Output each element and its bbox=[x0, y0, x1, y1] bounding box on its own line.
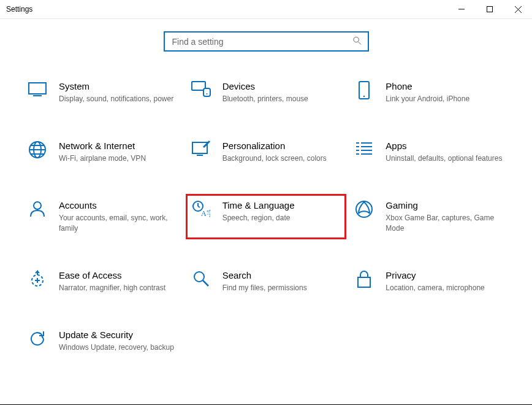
window-controls bbox=[447, 0, 532, 18]
globe-icon bbox=[27, 141, 48, 159]
update-icon bbox=[27, 330, 48, 348]
settings-grid: System Display, sound, notifications, po… bbox=[0, 76, 532, 357]
search-icon bbox=[352, 36, 362, 47]
window-title: Settings bbox=[6, 5, 32, 14]
tile-desc: Find my files, permissions bbox=[222, 283, 342, 293]
svg-line-31 bbox=[198, 206, 200, 207]
svg-rect-18 bbox=[192, 142, 207, 153]
devices-icon bbox=[191, 81, 211, 97]
search-input[interactable] bbox=[171, 36, 362, 47]
svg-rect-39 bbox=[358, 277, 370, 287]
tile-title: Privacy bbox=[386, 270, 505, 280]
personalization-icon bbox=[191, 141, 211, 156]
search-box[interactable] bbox=[164, 31, 369, 52]
tile-desc: Display, sound, notifications, power bbox=[59, 94, 178, 104]
tile-title: Devices bbox=[222, 81, 342, 91]
maximize-button[interactable] bbox=[476, 0, 504, 18]
phone-icon bbox=[354, 81, 374, 99]
tile-title: Phone bbox=[386, 81, 505, 91]
tile-desc: Bluetooth, printers, mouse bbox=[222, 94, 342, 104]
tile-desc: Wi-Fi, airplane mode, VPN bbox=[59, 153, 178, 163]
svg-point-4 bbox=[353, 37, 358, 42]
tile-desc: Narrator, magnifier, high contrast bbox=[59, 283, 178, 293]
tile-desc: Your accounts, email, sync, work, family bbox=[59, 213, 178, 233]
settings-window: Settings System bbox=[0, 0, 532, 405]
svg-point-37 bbox=[194, 272, 204, 282]
close-icon bbox=[515, 6, 522, 13]
tile-ease-of-access[interactable]: Ease of Access Narrator, magnifier, high… bbox=[23, 265, 182, 298]
close-button[interactable] bbox=[504, 0, 532, 18]
tile-gaming[interactable]: Gaming Xbox Game Bar, captures, Game Mod… bbox=[350, 195, 509, 237]
tile-phone[interactable]: Phone Link your Android, iPhone bbox=[350, 76, 509, 109]
tile-desc: Link your Android, iPhone bbox=[386, 94, 505, 104]
apps-icon bbox=[354, 141, 374, 156]
titlebar: Settings bbox=[0, 0, 532, 18]
minimize-icon bbox=[458, 6, 465, 12]
svg-rect-6 bbox=[29, 83, 46, 94]
tile-apps[interactable]: Apps Uninstall, defaults, optional featu… bbox=[350, 136, 509, 168]
tile-title: Accounts bbox=[59, 200, 178, 210]
ease-of-access-icon bbox=[27, 270, 48, 288]
tile-desc: Background, lock screen, colors bbox=[222, 153, 342, 163]
tile-update-security[interactable]: Update & Security Windows Update, recove… bbox=[23, 325, 182, 357]
tile-network[interactable]: Network & Internet Wi-Fi, airplane mode,… bbox=[23, 136, 182, 168]
tile-time-language[interactable]: A字 Time & Language Speech, region, date bbox=[187, 195, 346, 237]
svg-line-38 bbox=[203, 280, 208, 286]
search-category-icon bbox=[191, 270, 211, 287]
tile-search[interactable]: Search Find my files, permissions bbox=[187, 265, 346, 298]
tile-accounts[interactable]: Accounts Your accounts, email, sync, wor… bbox=[23, 195, 182, 237]
tile-title: Gaming bbox=[386, 200, 505, 210]
svg-point-28 bbox=[34, 202, 41, 209]
tile-desc: Windows Update, recovery, backup bbox=[59, 342, 178, 352]
minimize-button[interactable] bbox=[447, 0, 476, 18]
tile-desc: Uninstall, defaults, optional features bbox=[386, 153, 505, 163]
tile-title: Ease of Access bbox=[59, 270, 178, 280]
titlebar-divider bbox=[0, 18, 532, 19]
svg-line-5 bbox=[358, 41, 361, 44]
tile-title: Time & Language bbox=[222, 200, 342, 210]
tile-privacy[interactable]: Privacy Location, camera, microphone bbox=[350, 265, 509, 298]
time-language-icon: A字 bbox=[191, 200, 211, 217]
tile-title: Update & Security bbox=[59, 330, 178, 340]
tile-desc: Speech, region, date bbox=[222, 213, 342, 223]
svg-rect-9 bbox=[203, 88, 210, 96]
tile-title: Apps bbox=[386, 141, 505, 151]
tile-desc: Xbox Game Bar, captures, Game Mode bbox=[386, 213, 505, 233]
svg-point-12 bbox=[363, 96, 365, 98]
search-wrap bbox=[0, 31, 532, 52]
svg-rect-1 bbox=[487, 7, 493, 12]
maximize-icon bbox=[487, 6, 493, 12]
tile-system[interactable]: System Display, sound, notifications, po… bbox=[23, 76, 182, 109]
accounts-icon bbox=[27, 200, 48, 217]
system-icon bbox=[27, 81, 48, 97]
tile-title: Search bbox=[222, 270, 342, 280]
svg-point-33 bbox=[356, 201, 372, 217]
gaming-icon bbox=[354, 200, 374, 218]
tile-title: System bbox=[59, 81, 178, 91]
svg-text:A字: A字 bbox=[201, 209, 210, 217]
tile-personalization[interactable]: Personalization Background, lock screen,… bbox=[187, 136, 346, 168]
lock-icon bbox=[354, 270, 374, 288]
tile-title: Network & Internet bbox=[59, 141, 178, 151]
tile-desc: Location, camera, microphone bbox=[386, 283, 505, 293]
svg-point-10 bbox=[206, 93, 207, 94]
tile-devices[interactable]: Devices Bluetooth, printers, mouse bbox=[187, 76, 346, 109]
tile-title: Personalization bbox=[222, 141, 342, 151]
